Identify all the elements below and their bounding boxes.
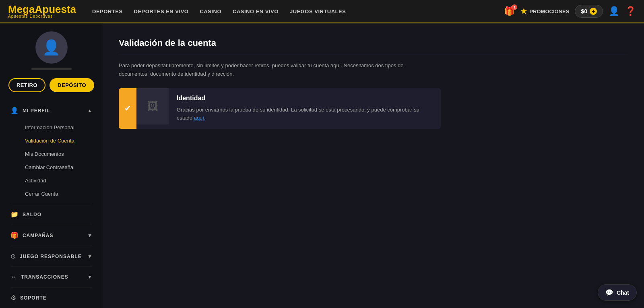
- nav-casino-vivo[interactable]: CASINO EN VIVO: [233, 8, 279, 14]
- saldo-label: SALDO: [23, 212, 41, 217]
- identity-status-bar: ✔: [119, 88, 136, 129]
- check-icon: ✔: [124, 103, 131, 113]
- identity-thumbnail: 🖼: [136, 88, 169, 124]
- chevron-down-icon-transacciones: ▼: [87, 274, 92, 280]
- add-funds-icon: +: [590, 8, 597, 15]
- identity-info: Identidad Gracias por enviarnos la prueb…: [169, 88, 441, 129]
- sidebar-section-soporte: ⚙ SOPORTE: [6, 289, 96, 306]
- sidebar-section-header-soporte[interactable]: ⚙ SOPORTE: [6, 289, 96, 306]
- juego-responsable-label: JUEGO RESPONSABLE: [20, 254, 82, 259]
- sidebar-divider-3: [10, 246, 92, 246]
- identity-text: Gracias por enviarnos la prueba de su id…: [177, 106, 433, 123]
- sidebar-divider-4: [10, 267, 92, 267]
- retiro-button[interactable]: RETIRO: [8, 78, 45, 92]
- sidebar-item-validacion-cuenta[interactable]: Validación de Cuenta: [21, 134, 96, 147]
- balance-value: $0: [581, 8, 587, 14]
- logo-subtitle: Apuestas Deportivas: [8, 14, 76, 19]
- sidebar-section-saldo: 📁 SALDO: [6, 206, 96, 223]
- sidebar: 👤 RETIRO DEPÓSITO 👤 MI PERFIL ▲ Informac…: [0, 23, 103, 308]
- chevron-up-icon: ▲: [87, 108, 92, 114]
- sidebar-section-header-saldo[interactable]: 📁 SALDO: [6, 206, 96, 223]
- help-icon[interactable]: ❓: [625, 6, 636, 17]
- sidebar-section-transacciones: ↔ TRANSACCIONES ▼: [6, 269, 96, 285]
- sidebar-section-header-mi-perfil[interactable]: 👤 MI PERFIL ▲: [6, 102, 96, 119]
- nav-casino[interactable]: CASINO: [200, 8, 221, 14]
- soporte-label: SOPORTE: [20, 295, 47, 301]
- sidebar-section-header-campanas[interactable]: 🎁 CAMPAÑAS ▼: [6, 227, 96, 244]
- transacciones-label: TRANSACCIONES: [21, 274, 68, 280]
- user-profile-icon[interactable]: 👤: [609, 6, 619, 17]
- sidebar-item-mis-documentos[interactable]: Mis Documentos: [21, 147, 96, 161]
- page-divider: [119, 54, 628, 54]
- campanas-label: CAMPAÑAS: [23, 233, 53, 238]
- chat-label: Chat: [617, 289, 629, 296]
- image-placeholder-icon: 🖼: [147, 99, 158, 113]
- chevron-down-icon-campanas: ▼: [87, 233, 92, 238]
- main-content: Validación de la cuenta Para poder depos…: [103, 23, 644, 308]
- sidebar-divider-5: [10, 287, 92, 287]
- identity-title: Identidad: [177, 95, 433, 102]
- mi-perfil-label: MI PERFIL: [23, 108, 50, 114]
- sidebar-section-header-juego-responsable[interactable]: ⊙ JUEGO RESPONSABLE ▼: [6, 248, 96, 265]
- section-header-left-transacciones: ↔ TRANSACCIONES: [10, 273, 68, 281]
- sidebar-divider-1: [10, 204, 92, 204]
- avatar-icon: 👤: [42, 39, 60, 56]
- gift-badge: 1: [512, 4, 517, 10]
- mi-perfil-submenu: Información Personal Validación de Cuent…: [6, 119, 96, 202]
- nav-deportes-vivo[interactable]: DEPORTES EN VIVO: [134, 8, 189, 14]
- page-description: Para poder depositar libremente, sin lím…: [119, 62, 433, 79]
- nav-juegos-virtuales[interactable]: JUEGOS VIRTUALES: [290, 8, 346, 14]
- chat-bubble-icon: 💬: [605, 289, 613, 296]
- chevron-down-icon-juego: ▼: [87, 254, 92, 259]
- gift-button[interactable]: 🎁 1: [504, 6, 515, 17]
- identity-card: ✔ 🖼 Identidad Gracias por enviarnos la p…: [119, 88, 441, 129]
- sidebar-menu: 👤 MI PERFIL ▲ Información Personal Valid…: [0, 102, 103, 308]
- sidebar-item-cambiar-contrasena[interactable]: Cambiar Contraseña: [21, 161, 96, 174]
- section-header-left-saldo: 📁 SALDO: [10, 211, 41, 218]
- avatar: 👤: [35, 31, 68, 64]
- soporte-icon: ⚙: [10, 294, 16, 302]
- header: MegaApuesta Apuestas Deportivas DEPORTES…: [0, 0, 644, 23]
- logo[interactable]: MegaApuesta Apuestas Deportivas: [8, 4, 76, 19]
- main-layout: 👤 RETIRO DEPÓSITO 👤 MI PERFIL ▲ Informac…: [0, 23, 644, 308]
- sidebar-section-campanas: 🎁 CAMPAÑAS ▼: [6, 227, 96, 244]
- nav-deportes[interactable]: DEPORTES: [92, 8, 123, 14]
- transacciones-icon: ↔: [10, 273, 17, 281]
- sidebar-section-juego-responsable: ⊙ JUEGO RESPONSABLE ▼: [6, 248, 96, 265]
- identity-status-link[interactable]: aquí.: [194, 115, 206, 121]
- section-header-left-juego: ⊙ JUEGO RESPONSABLE: [10, 252, 82, 260]
- saldo-icon: 📁: [10, 211, 19, 218]
- logo-apuesta: Apuesta: [35, 3, 76, 15]
- username-bar: [31, 68, 72, 70]
- deposito-button[interactable]: DEPÓSITO: [50, 78, 94, 92]
- logo-mega: Mega: [8, 3, 35, 15]
- promo-label: PROMOCIONES: [529, 8, 569, 14]
- sidebar-section-mi-perfil: 👤 MI PERFIL ▲ Información Personal Valid…: [6, 102, 96, 202]
- balance-button[interactable]: $0 +: [575, 5, 603, 18]
- star-icon: ★: [520, 7, 527, 16]
- sidebar-divider-2: [10, 225, 92, 225]
- logo-text: MegaApuesta: [8, 4, 76, 14]
- juego-responsable-icon: ⊙: [10, 252, 16, 260]
- section-header-left: 👤 MI PERFIL: [10, 107, 50, 114]
- section-header-left-soporte: ⚙ SOPORTE: [10, 294, 47, 302]
- page-title: Validación de la cuenta: [119, 38, 628, 48]
- action-buttons: RETIRO DEPÓSITO: [8, 78, 94, 92]
- sidebar-item-cerrar-cuenta[interactable]: Cerrar Cuenta: [21, 187, 96, 201]
- identity-description: Gracias por enviarnos la prueba de su id…: [177, 107, 419, 121]
- promotions-button[interactable]: ★ PROMOCIONES: [520, 7, 569, 16]
- mi-perfil-icon: 👤: [10, 107, 19, 114]
- section-header-left-campanas: 🎁 CAMPAÑAS: [10, 232, 53, 239]
- campanas-icon: 🎁: [10, 232, 19, 239]
- sidebar-item-actividad[interactable]: Actividad: [21, 174, 96, 187]
- main-nav: DEPORTES DEPORTES EN VIVO CASINO CASINO …: [92, 8, 492, 14]
- sidebar-section-header-transacciones[interactable]: ↔ TRANSACCIONES ▼: [6, 269, 96, 285]
- header-right: 🎁 1 ★ PROMOCIONES $0 + 👤 ❓: [504, 5, 636, 18]
- sidebar-item-informacion-personal[interactable]: Información Personal: [21, 121, 96, 134]
- chat-button[interactable]: 💬 Chat: [598, 284, 637, 301]
